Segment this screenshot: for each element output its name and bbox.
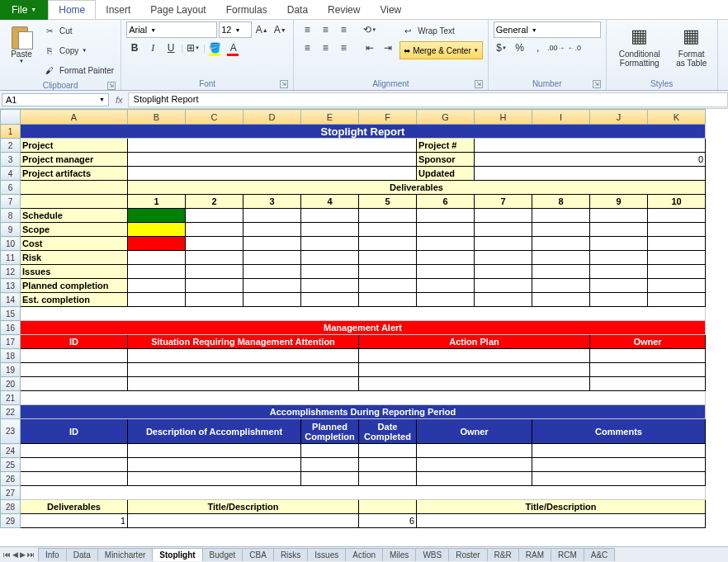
cell[interactable] [648, 223, 706, 237]
percent-button[interactable]: % [512, 40, 528, 56]
col-header[interactable]: A [21, 110, 128, 125]
accounting-format-button[interactable]: $▼ [494, 40, 510, 56]
row-header[interactable]: 9 [1, 223, 21, 237]
accomp-title[interactable]: Accomplishments During Reporting Period [21, 405, 706, 419]
decrease-indent-button[interactable]: ⇤ [362, 40, 378, 56]
row-header[interactable]: 6 [1, 181, 21, 195]
row-header[interactable]: 16 [1, 321, 21, 335]
report-title[interactable]: Stoplight Report [21, 125, 706, 139]
cell[interactable]: 4 [301, 195, 359, 209]
sheet-tab[interactable]: Stoplight [152, 548, 202, 561]
fill-color-button[interactable]: 🪣 [207, 40, 224, 56]
cell[interactable] [243, 265, 301, 279]
cell[interactable]: Action Plan [359, 335, 590, 349]
col-header[interactable]: H [475, 110, 532, 125]
cell[interactable] [648, 279, 706, 293]
cell[interactable]: Schedule [21, 209, 128, 223]
cell[interactable] [186, 265, 243, 279]
fx-icon[interactable]: fx [111, 95, 128, 105]
alert-title[interactable]: Management Alert [21, 321, 706, 335]
cell[interactable]: 7 [475, 195, 532, 209]
cell[interactable] [21, 391, 706, 405]
cell[interactable] [417, 279, 475, 293]
cell[interactable] [301, 223, 359, 237]
cell[interactable]: 1 [21, 514, 128, 528]
row-header[interactable]: 25 [1, 458, 21, 472]
sheet-tab[interactable]: Minicharter [97, 548, 153, 561]
sheet-tab[interactable]: Roster [448, 548, 487, 561]
cell[interactable] [590, 265, 648, 279]
cell[interactable] [359, 458, 417, 472]
wrap-text-button[interactable]: ↩Wrap Text [399, 21, 483, 40]
sheet-nav-next[interactable]: ▶ [20, 550, 26, 559]
cell[interactable] [301, 265, 359, 279]
cell[interactable] [359, 377, 590, 391]
cell[interactable] [532, 251, 590, 265]
row-header[interactable]: 14 [1, 293, 21, 307]
cell[interactable]: 6 [359, 514, 417, 528]
align-center-button[interactable]: ≡ [317, 40, 333, 56]
tab-insert[interactable]: Insert [96, 1, 140, 19]
select-all-corner[interactable] [1, 110, 21, 125]
row-header[interactable]: 28 [1, 500, 21, 514]
cell[interactable]: Project artifacts [21, 167, 128, 181]
cell[interactable] [417, 472, 532, 486]
cell[interactable] [128, 279, 186, 293]
cell[interactable] [128, 265, 186, 279]
cell[interactable] [128, 349, 359, 363]
cell[interactable]: Deliverables [21, 500, 128, 514]
cell[interactable] [359, 279, 417, 293]
cell[interactable] [21, 472, 128, 486]
cell[interactable] [128, 209, 186, 223]
cell[interactable] [648, 237, 706, 251]
tab-formulas[interactable]: Formulas [216, 1, 277, 19]
col-header[interactable]: G [417, 110, 475, 125]
cell[interactable]: 0 [475, 153, 706, 167]
align-right-button[interactable]: ≡ [335, 40, 352, 56]
cell[interactable] [128, 237, 186, 251]
align-middle-button[interactable]: ≡ [317, 21, 333, 38]
border-button[interactable]: ⊞▼ [185, 40, 201, 56]
align-bottom-button[interactable]: ≡ [335, 21, 352, 38]
cell[interactable]: Situation Requiring Management Attention [128, 335, 359, 349]
cell[interactable]: Title/Description [128, 500, 359, 514]
increase-indent-button[interactable]: ⇥ [380, 40, 396, 56]
sheet-tab[interactable]: Info [38, 548, 67, 561]
cell[interactable] [301, 472, 359, 486]
cell[interactable] [417, 293, 475, 307]
cell[interactable] [590, 279, 648, 293]
tab-home[interactable]: Home [48, 0, 96, 19]
decrease-font-button[interactable]: A▼ [272, 21, 288, 38]
cell[interactable] [590, 251, 648, 265]
number-format-combo[interactable]: General▼ [494, 21, 601, 38]
cell[interactable]: Deliverables [128, 181, 706, 195]
cell[interactable]: Project [21, 139, 128, 153]
cell[interactable]: Title/Description [417, 500, 706, 514]
cell[interactable] [128, 167, 417, 181]
sheet-tab[interactable]: Risks [273, 548, 308, 561]
worksheet-area[interactable]: A B C D E F G H I J K 1Stoplight Report … [0, 109, 728, 546]
cell[interactable] [475, 223, 532, 237]
row-header[interactable]: 4 [1, 167, 21, 181]
cell[interactable] [532, 472, 706, 486]
cell[interactable] [359, 363, 590, 377]
sheet-tab[interactable]: WBS [415, 548, 449, 561]
cell[interactable] [359, 223, 417, 237]
cell[interactable] [532, 265, 590, 279]
cell[interactable] [186, 293, 243, 307]
row-header[interactable]: 7 [1, 195, 21, 209]
cell[interactable] [359, 293, 417, 307]
italic-button[interactable]: I [144, 40, 161, 56]
font-name-combo[interactable]: Arial▼ [126, 21, 217, 38]
row-header[interactable]: 2 [1, 139, 21, 153]
sheet-tab[interactable]: Miles [382, 548, 416, 561]
cell[interactable] [128, 293, 186, 307]
sheet-tab[interactable]: RAM [518, 548, 551, 561]
col-header[interactable]: K [648, 110, 706, 125]
cell[interactable]: ID [21, 419, 128, 444]
col-header[interactable]: C [186, 110, 243, 125]
cell[interactable] [21, 444, 128, 458]
name-box[interactable]: A1▼ [2, 93, 109, 106]
cell[interactable] [590, 237, 648, 251]
underline-button[interactable]: U [163, 40, 179, 56]
